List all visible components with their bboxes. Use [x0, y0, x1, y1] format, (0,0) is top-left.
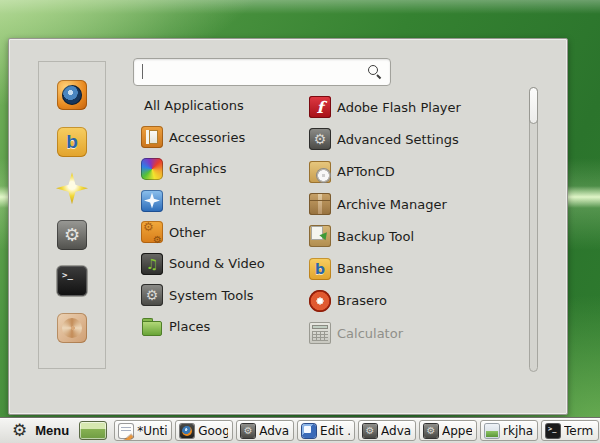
- mint-menu-window: All Applications Accessories Graphics In…: [8, 38, 568, 415]
- search-input[interactable]: [133, 58, 391, 86]
- app-banshee[interactable]: Banshee: [301, 252, 527, 284]
- window-title: Goog...: [198, 424, 228, 438]
- file-manager-shell-icon: [57, 313, 87, 343]
- home-folder-icon: [485, 424, 499, 438]
- favorite-control-center[interactable]: [56, 219, 88, 251]
- category-accessories[interactable]: Accessories: [131, 122, 299, 154]
- application-list: Adobe Flash Player Advanced Settings APT…: [301, 91, 527, 349]
- banshee-icon: [309, 258, 331, 280]
- archive-manager-icon: [309, 193, 331, 215]
- category-list: All Applications Accessories Graphics In…: [131, 90, 299, 343]
- category-label: Accessories: [169, 130, 245, 145]
- internet-icon: [141, 190, 163, 212]
- favorite-file-manager[interactable]: [56, 312, 88, 344]
- settings-gear-icon: [363, 424, 377, 438]
- search-area: [133, 58, 391, 86]
- app-label: Calculator: [337, 326, 403, 341]
- scrollbar-thumb[interactable]: [529, 87, 538, 124]
- category-graphics[interactable]: Graphics: [131, 153, 299, 185]
- taskbar-panel: Menu *Unti... Goog... Adva... Edit ...: [0, 417, 600, 443]
- app-calculator[interactable]: Calculator: [301, 317, 527, 349]
- aptoncd-icon: [309, 161, 331, 183]
- app-advanced-settings[interactable]: Advanced Settings: [301, 123, 527, 155]
- blue-editor-icon: [302, 424, 316, 438]
- backup-tool-icon: [309, 225, 331, 247]
- text-caret: [142, 64, 143, 79]
- system-tools-icon: [141, 284, 163, 306]
- gear-icon: [12, 422, 27, 439]
- software-manager-eye-icon: [57, 80, 87, 110]
- app-label: Adobe Flash Player: [337, 100, 461, 115]
- show-desktop-button[interactable]: [79, 421, 107, 440]
- favorite-star[interactable]: [56, 172, 88, 204]
- favorite-software-manager[interactable]: [56, 79, 88, 111]
- category-all-applications[interactable]: All Applications: [131, 90, 299, 122]
- app-label: Brasero: [337, 293, 387, 308]
- window-title: Adva...: [259, 424, 289, 438]
- menu-button[interactable]: Menu: [0, 418, 79, 443]
- taskbar-window-edit[interactable]: Edit ...: [297, 420, 355, 441]
- taskbar-window-untitled-document[interactable]: *Unti...: [114, 420, 172, 441]
- app-archive-manager[interactable]: Archive Manager: [301, 188, 527, 220]
- favorites-sidebar: [38, 61, 106, 369]
- flash-icon: [309, 96, 331, 118]
- category-internet[interactable]: Internet: [131, 185, 299, 217]
- app-label: APTonCD: [337, 164, 395, 179]
- window-title: *Unti...: [137, 424, 167, 438]
- app-label: Advanced Settings: [337, 132, 459, 147]
- taskbar-window-rkjha-home[interactable]: rkjha...: [480, 420, 538, 441]
- terminal-icon: [57, 266, 87, 296]
- category-label: Sound & Video: [169, 256, 265, 271]
- category-label: Internet: [169, 193, 221, 208]
- banshee-icon: [57, 127, 87, 157]
- category-system-tools[interactable]: System Tools: [131, 280, 299, 312]
- taskbar-window-advanced-1[interactable]: Adva...: [236, 420, 294, 441]
- favorite-terminal[interactable]: [56, 265, 88, 297]
- other-icon: [141, 221, 163, 243]
- control-center-gears-icon: [57, 220, 87, 250]
- taskbar-window-terminal[interactable]: Term...: [541, 420, 599, 441]
- places-folder-icon: [141, 316, 163, 338]
- taskbar-window-google[interactable]: Goog...: [175, 420, 233, 441]
- window-title: Edit ...: [320, 424, 350, 438]
- app-label: Archive Manager: [337, 197, 447, 212]
- terminal-icon: [546, 424, 560, 438]
- window-title: rkjha...: [503, 424, 533, 438]
- advanced-settings-gear-icon: [309, 128, 331, 150]
- category-label: Places: [169, 319, 210, 334]
- app-aptoncd[interactable]: APTonCD: [301, 156, 527, 188]
- taskbar-window-appearance[interactable]: Appe...: [419, 420, 477, 441]
- window-title: Appe...: [442, 424, 472, 438]
- settings-gear-icon: [241, 424, 255, 438]
- app-brasero[interactable]: Brasero: [301, 285, 527, 317]
- accessories-icon: [141, 126, 163, 148]
- category-sound-video[interactable]: Sound & Video: [131, 248, 299, 280]
- window-title: Adva...: [381, 424, 411, 438]
- graphics-icon: [141, 158, 163, 180]
- category-label: All Applications: [144, 98, 244, 113]
- window-title: Term...: [564, 424, 594, 438]
- text-editor-icon: [119, 424, 133, 438]
- taskbar-window-advanced-2[interactable]: Adva...: [358, 420, 416, 441]
- browser-eye-icon: [180, 424, 194, 438]
- brasero-disc-icon: [309, 290, 331, 312]
- app-list-scrollbar[interactable]: [529, 87, 538, 372]
- category-label: System Tools: [169, 288, 254, 303]
- category-other[interactable]: Other: [131, 216, 299, 248]
- app-adobe-flash-player[interactable]: Adobe Flash Player: [301, 91, 527, 123]
- search-icon[interactable]: [368, 65, 382, 79]
- window-list: *Unti... Goog... Adva... Edit ... Adva..…: [114, 418, 600, 443]
- favorite-banshee[interactable]: [56, 126, 88, 158]
- desktop-wallpaper: All Applications Accessories Graphics In…: [0, 0, 600, 443]
- app-label: Backup Tool: [337, 229, 414, 244]
- category-label: Graphics: [169, 161, 226, 176]
- app-backup-tool[interactable]: Backup Tool: [301, 220, 527, 252]
- menu-button-label: Menu: [35, 423, 69, 438]
- settings-gear-icon: [424, 424, 438, 438]
- category-label: Other: [169, 225, 206, 240]
- calculator-icon: [309, 322, 331, 344]
- category-places[interactable]: Places: [131, 311, 299, 343]
- star-icon: [56, 172, 88, 204]
- sound-video-icon: [141, 253, 163, 275]
- app-label: Banshee: [337, 261, 393, 276]
